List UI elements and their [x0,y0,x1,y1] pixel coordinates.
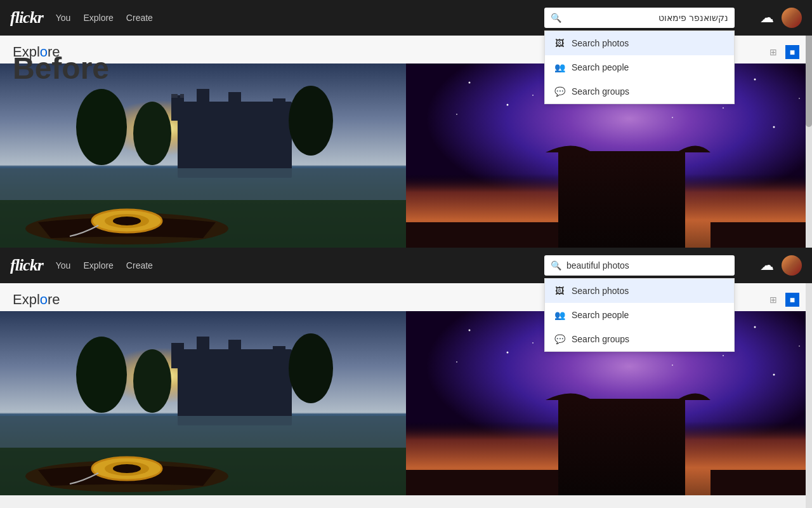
groups-icon-before: 💬 [554,86,565,97]
svg-rect-39 [171,343,184,368]
svg-rect-34 [406,222,558,248]
svg-point-10 [133,102,171,165]
svg-point-45 [289,333,333,403]
svg-point-27 [456,114,457,115]
svg-rect-12 [0,168,406,200]
dropdown-search-people-before[interactable]: 👥 Search people [545,55,734,79]
upload-button-before[interactable]: ☁ [760,10,774,26]
dropdown-search-photos-before[interactable]: 🖼 Search photos [545,31,734,55]
after-section: After flickr You Explore Create 🔍 🖼 Sear… [0,248,812,495]
search-container-before: 🔍 🖼 Search photos 👥 Search people 💬 Sear… [544,8,735,28]
nav-links-after: You Explore Create [56,260,532,271]
svg-point-21 [469,82,471,84]
grid-multi-btn-before[interactable]: ⊞ [765,44,782,60]
svg-point-56 [532,342,534,344]
search-box-after: 🔍 [544,255,735,276]
svg-point-59 [754,326,756,328]
dropdown-search-photos-after[interactable]: 🖼 Search photos [545,279,734,303]
avatar-before[interactable] [782,8,802,28]
svg-rect-69 [710,470,812,495]
svg-rect-41 [228,340,241,368]
svg-rect-5 [228,92,241,121]
nav-you-before[interactable]: You [56,13,71,23]
svg-rect-46 [0,416,406,448]
avatar-after[interactable] [782,255,802,276]
nav-create-before[interactable]: Create [126,13,153,23]
svg-rect-33 [558,152,685,248]
flickr-logo-after[interactable]: flickr [10,256,43,275]
dropdown-search-people-after[interactable]: 👥 Search people [545,303,734,327]
svg-point-26 [799,98,800,99]
photo-icon-before: 🖼 [554,37,565,49]
search-box-before: 🔍 [544,8,735,28]
nav-links-before: You Explore Create [56,13,532,23]
before-label: Before [13,51,109,86]
castle-image-before [0,64,406,248]
svg-point-44 [133,349,171,413]
svg-rect-40 [197,337,209,368]
svg-point-9 [76,89,127,165]
explore-title-after: Explore [13,291,60,308]
toolbar-after: ⊞ ■ [765,291,799,308]
search-input-after[interactable] [566,260,728,271]
svg-point-66 [672,364,673,366]
search-icon-before: 🔍 [551,13,561,23]
svg-point-64 [723,355,724,356]
toolbar-before: ⊞ ■ [765,44,799,60]
grid-single-btn-after[interactable]: ■ [785,293,799,307]
search-input-before[interactable] [566,13,728,23]
dropdown-search-groups-before[interactable]: 💬 Search groups [545,79,734,104]
navbar-before: flickr You Explore Create 🔍 🖼 Search pho… [0,0,812,36]
search-dropdown-after: 🖼 Search photos 👥 Search people 💬 Search… [544,278,735,352]
svg-rect-3 [171,95,184,121]
svg-point-51 [113,464,141,473]
search-dropdown-before: 🖼 Search photos 👥 Search people 💬 Search… [544,30,735,104]
svg-point-32 [672,117,673,118]
before-section: Before flickr You Explore Create 🔍 🖼 Sea… [0,0,812,248]
svg-point-55 [469,330,471,331]
svg-rect-42 [273,346,285,368]
svg-point-61 [456,361,457,363]
svg-rect-7 [171,94,178,98]
navbar-after: flickr You Explore Create 🔍 🖼 Search pho… [0,248,812,283]
svg-rect-68 [406,470,558,495]
nav-right-before: ☁ [760,8,802,28]
svg-point-31 [773,126,775,128]
svg-point-30 [723,107,724,109]
groups-icon-after: 💬 [554,333,565,345]
svg-point-60 [799,345,800,347]
svg-rect-67 [558,400,685,495]
photo-castle-before [0,64,406,248]
nav-create-after[interactable]: Create [126,260,153,271]
nav-right-after: ☁ [760,255,802,276]
svg-point-65 [773,374,775,376]
svg-point-17 [113,217,141,225]
grid-single-btn-before[interactable]: ■ [785,45,799,59]
upload-button-after[interactable]: ☁ [760,257,774,274]
nav-explore-after[interactable]: Explore [83,260,113,271]
grid-multi-btn-after[interactable]: ⊞ [765,291,782,308]
svg-rect-35 [710,222,812,248]
svg-point-25 [754,79,756,81]
svg-point-22 [532,95,534,96]
search-container-after: 🔍 🖼 Search photos 👥 Search people 💬 Sear… [544,255,735,276]
dropdown-search-groups-after[interactable]: 💬 Search groups [545,327,734,351]
photo-castle-after [0,311,406,495]
people-icon-before: 👥 [554,62,565,73]
people-icon-after: 👥 [554,309,565,321]
svg-rect-6 [273,98,285,121]
photo-icon-after: 🖼 [554,285,565,297]
svg-rect-8 [180,94,184,98]
svg-point-28 [507,104,509,106]
search-icon-after: 🔍 [551,260,561,271]
svg-point-62 [507,352,509,354]
nav-explore-before[interactable]: Explore [83,13,113,23]
svg-point-43 [76,337,127,413]
nav-you-after[interactable]: You [56,260,71,271]
flickr-logo-before[interactable]: flickr [10,8,43,27]
svg-rect-4 [197,89,209,121]
castle-image-after [0,311,406,495]
svg-point-11 [289,86,333,156]
